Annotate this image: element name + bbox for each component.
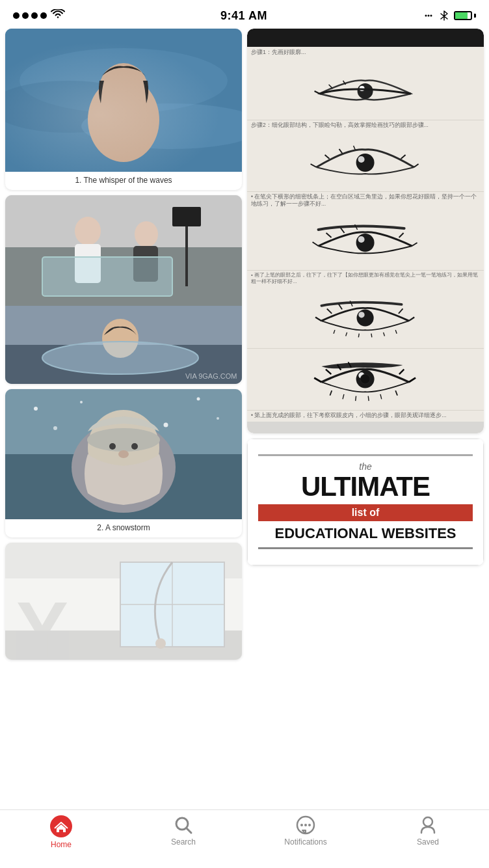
main-content: 1. The whisper of the waves [0, 29, 489, 665]
dot-4 [40, 12, 47, 19]
svg-point-102 [300, 824, 303, 826]
svg-point-0 [425, 15, 427, 17]
wifi-icon [51, 9, 65, 22]
card-eye-tutorial[interactable]: 步骤1：先画好眼廓... [247, 29, 484, 433]
battery [454, 11, 476, 20]
battery-body [454, 11, 472, 20]
svg-point-53 [356, 154, 375, 172]
svg-line-86 [315, 377, 322, 382]
ultimate-main-text: ULTIMATE [301, 473, 430, 500]
svg-point-21 [42, 342, 198, 374]
status-left [13, 9, 65, 22]
step-text-4: • 画了上笔的眼部之后，往下了，往下了【如你想眼更加有感觉在笔尖上一笔一笔地练习… [247, 271, 484, 287]
svg-point-5 [5, 81, 146, 133]
svg-line-87 [326, 369, 331, 373]
svg-point-2 [430, 15, 432, 17]
svg-line-97 [396, 390, 398, 395]
ultimate-sub-text: EDUCATIONAL WEBSITES [274, 525, 456, 542]
svg-point-54 [358, 156, 365, 163]
eye-step-4 [247, 287, 484, 349]
svg-line-63 [313, 242, 319, 246]
card-ultimate[interactable]: the ULTIMATE list of EDUCATIONAL WEBSITE… [247, 439, 484, 565]
svg-point-35 [87, 428, 160, 452]
battery-fill [455, 12, 468, 19]
svg-text:VIA 9GAG.COM: VIA 9GAG.COM [185, 372, 237, 380]
tutorial-header-bar [247, 29, 484, 47]
svg-point-37 [131, 443, 138, 450]
wave-image [5, 29, 242, 172]
svg-point-103 [304, 824, 307, 826]
svg-line-90 [409, 377, 416, 382]
svg-line-73 [339, 304, 343, 309]
left-column: 1. The whisper of the waves [5, 29, 242, 660]
svg-point-6 [81, 103, 242, 149]
dot-3 [31, 12, 38, 19]
ultimate-image: the ULTIMATE list of EDUCATIONAL WEBSITE… [247, 439, 484, 565]
svg-line-50 [315, 91, 320, 94]
tab-notifications-label: Notifications [284, 837, 326, 847]
svg-line-65 [341, 228, 345, 233]
svg-point-32 [217, 417, 219, 420]
ultimate-the-text: the [359, 461, 371, 472]
svg-point-4 [20, 48, 228, 113]
tab-search[interactable]: Search [122, 815, 244, 847]
svg-rect-16 [172, 207, 201, 226]
room-image: Y [5, 543, 242, 660]
eye-step-1 [247, 59, 484, 120]
tab-home[interactable]: Home [0, 815, 122, 849]
step-text-1: 步骤1：先画好眼廓... [247, 47, 484, 59]
studio-image [5, 195, 242, 306]
svg-line-92 [330, 390, 332, 395]
svg-line-82 [396, 330, 397, 334]
svg-line-71 [315, 317, 321, 321]
signal-bars [13, 12, 47, 19]
svg-point-26 [80, 401, 83, 403]
tab-notifications[interactable]: Notifications [244, 815, 367, 847]
activity-icon [423, 10, 434, 21]
svg-line-77 [334, 330, 335, 334]
card-snow[interactable]: 2. A snowstorm [5, 389, 242, 537]
ultimate-ribbon: list of [258, 504, 473, 521]
ultimate-border [258, 547, 473, 549]
svg-line-93 [343, 394, 344, 398]
notifications-icon [296, 815, 315, 835]
search-icon [174, 815, 193, 835]
dot-2 [22, 12, 29, 19]
tab-saved[interactable]: Saved [367, 815, 489, 847]
svg-point-105 [423, 817, 432, 826]
svg-line-55 [311, 164, 317, 167]
battery-tip [474, 14, 476, 18]
step-text-2: 步骤2：细化眼部结构，下眼睑勾勒，高效掌握绘画技巧的眼部步骤... [247, 120, 484, 130]
svg-line-100 [187, 828, 191, 833]
status-bar: 9:41 AM [0, 0, 489, 29]
svg-point-1 [427, 15, 429, 17]
svg-point-7 [88, 77, 159, 162]
svg-text:Y: Y [16, 586, 68, 660]
svg-point-8 [99, 63, 148, 118]
tab-saved-label: Saved [417, 837, 439, 847]
tutorial-footer-bar [247, 422, 484, 433]
card-studio-bath[interactable]: VIA 9GAG.COM [5, 195, 242, 384]
masonry-grid: 1. The whisper of the waves [5, 29, 484, 660]
svg-point-11 [75, 217, 101, 245]
svg-point-36 [109, 443, 116, 450]
tab-bar: Home Search Notifications Saved [0, 809, 489, 868]
svg-line-95 [369, 396, 369, 400]
svg-point-38 [118, 450, 129, 458]
tab-search-label: Search [171, 837, 196, 847]
svg-line-64 [326, 233, 332, 237]
card-room[interactable]: Y [5, 543, 242, 660]
card-wave[interactable]: 1. The whisper of the waves [5, 29, 242, 190]
svg-line-57 [339, 149, 343, 154]
svg-point-70 [359, 312, 365, 318]
saved-icon [418, 815, 438, 835]
step-text-3: • 在笔尖下横形的细密线条上；在空白区域三角里边，如果你想花好眼睛，坚持一个一个… [247, 192, 484, 209]
eye-step-5 [247, 349, 484, 411]
svg-line-76 [399, 308, 403, 313]
clock: 9:41 AM [220, 9, 267, 23]
tab-home-label: Home [51, 840, 72, 849]
bath-image: VIA 9GAG.COM [5, 306, 242, 384]
svg-line-91 [399, 369, 404, 373]
status-right [423, 10, 476, 21]
svg-rect-17 [42, 257, 172, 296]
